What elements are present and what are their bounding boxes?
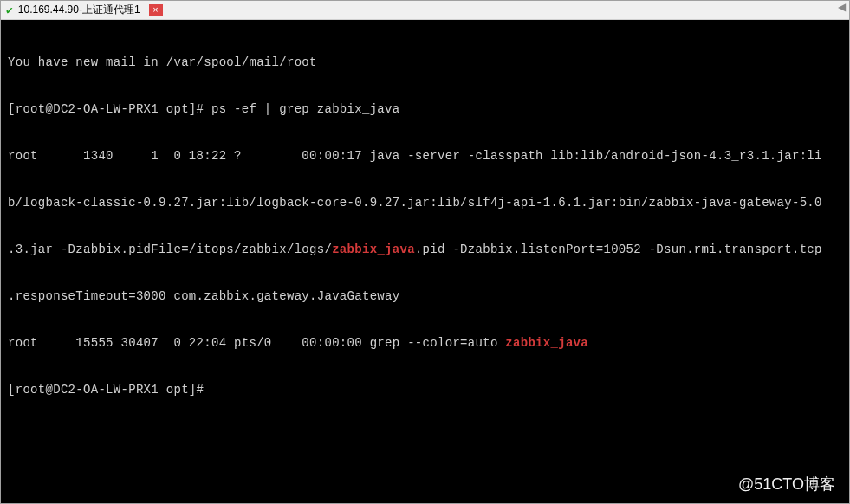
tab-scroll-left-icon[interactable]: ◀ [838, 1, 846, 13]
connected-check-icon: ✔ [6, 3, 13, 17]
close-tab-button[interactable]: × [149, 4, 163, 16]
window-title: 10.169.44.90-上证通代理1 [18, 3, 140, 17]
terminal-line: You have new mail in /var/spool/mail/roo… [8, 55, 842, 70]
terminal-line: .responseTimeout=3000 com.zabbix.gateway… [8, 288, 842, 304]
prompt: [root@DC2-OA-LW-PRX1 opt]# [8, 383, 211, 397]
output-text: root 15555 30407 0 22:04 pts/0 00:00:00 … [8, 336, 505, 350]
terminal-line: .3.jar -Dzabbix.pidFile=/itops/zabbix/lo… [8, 242, 842, 257]
prompt: [root@DC2-OA-LW-PRX1 opt]# [8, 102, 211, 116]
grep-highlight: zabbix_java [332, 242, 415, 256]
terminal-line: [root@DC2-OA-LW-PRX1 opt]# ps -ef | grep… [8, 101, 842, 117]
grep-highlight: zabbix_java [505, 336, 588, 350]
titlebar: ✔ 10.169.44.90-上证通代理1 × ◀ [1, 1, 849, 20]
output-text: .3.jar -Dzabbix.pidFile=/itops/zabbix/lo… [8, 242, 332, 256]
terminal-line: [root@DC2-OA-LW-PRX1 opt]# [8, 382, 842, 397]
command-text: ps -ef | grep zabbix_java [211, 102, 400, 116]
terminal-line: root 15555 30407 0 22:04 pts/0 00:00:00 … [8, 335, 842, 351]
watermark: @51CTO博客 [738, 474, 835, 494]
terminal-body[interactable]: You have new mail in /var/spool/mail/roo… [1, 20, 849, 503]
terminal-window: ✔ 10.169.44.90-上证通代理1 × ◀ You have new m… [0, 0, 850, 504]
output-text: .pid -Dzabbix.listenPort=10052 -Dsun.rmi… [415, 242, 822, 256]
terminal-line: root 1340 1 0 18:22 ? 00:00:17 java -ser… [8, 148, 842, 164]
terminal-line: b/logback-classic-0.9.27.jar:lib/logback… [8, 195, 842, 210]
